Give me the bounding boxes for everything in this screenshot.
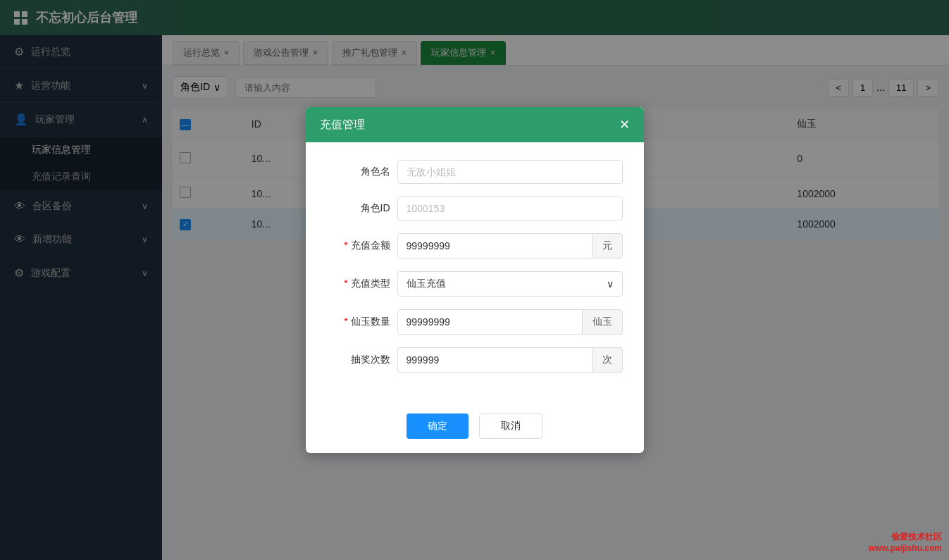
type-value: 仙玉充值 [407,278,446,290]
lottery-input[interactable] [397,347,593,373]
form-row-type: 充值类型 仙玉充值 ∨ [327,271,623,297]
chevron-down-icon: ∨ [607,278,614,290]
cancel-button[interactable]: 取消 [479,413,542,439]
amount-label: 充值金额 [327,239,390,252]
lottery-unit: 次 [592,347,623,373]
confirm-button[interactable]: 确定 [407,413,469,439]
close-icon[interactable]: ✕ [619,117,630,132]
dialog-title: 充值管理 [320,118,365,132]
lottery-label: 抽奖次数 [327,354,390,366]
recharge-dialog: 充值管理 ✕ 角色名 角色ID 充值金额 元 [306,107,644,453]
type-label: 充值类型 [327,278,390,290]
jade-label: 仙玉数量 [327,316,390,328]
dialog-overlay[interactable]: 充值管理 ✕ 角色名 角色ID 充值金额 元 [0,0,949,560]
form-row-lottery: 抽奖次数 次 [327,347,623,373]
amount-field-wrapper: 元 [397,233,623,259]
role-name-label: 角色名 [327,166,390,178]
role-name-input[interactable] [397,160,623,184]
dialog-body: 角色名 角色ID 充值金额 元 充值类型 仙玉充值 ∨ [306,142,644,403]
watermark: 偷爱技术社区www.paijishu.com [869,531,942,553]
form-row-role-id: 角色ID [327,197,623,220]
amount-input[interactable] [397,233,593,259]
form-row-amount: 充值金额 元 [327,233,623,259]
dialog-header: 充值管理 ✕ [306,107,644,142]
jade-input[interactable] [397,309,583,335]
type-select[interactable]: 仙玉充值 ∨ [397,271,623,297]
form-row-jade: 仙玉数量 仙玉 [327,309,623,335]
role-id-label: 角色ID [327,202,390,215]
role-id-input[interactable] [397,197,623,220]
dialog-footer: 确定 取消 [306,403,644,453]
jade-unit: 仙玉 [582,309,623,335]
jade-field-wrapper: 仙玉 [397,309,623,335]
form-row-role-name: 角色名 [327,160,623,184]
lottery-field-wrapper: 次 [397,347,623,373]
amount-unit: 元 [592,233,623,259]
